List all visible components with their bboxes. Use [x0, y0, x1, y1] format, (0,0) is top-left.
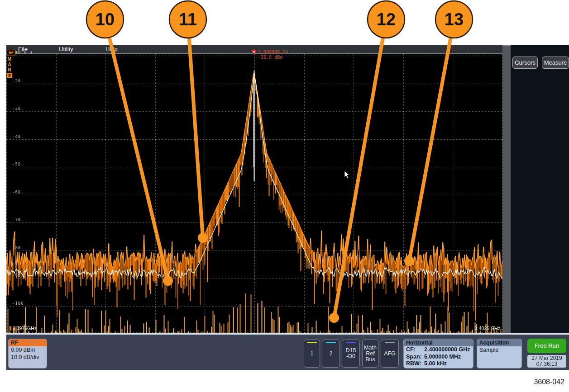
stop-frequency-label: 2.4025 GHz [475, 326, 500, 331]
horizontal-title: Horizontal [404, 339, 473, 346]
figure-number: 3608-042 [534, 378, 564, 386]
spectrum-canvas [6, 54, 502, 334]
channel-color-line [346, 342, 356, 343]
channel-button-label: Ref [366, 351, 374, 357]
page: File Utility Help -10.0 d-20.-30.-40.-50… [0, 0, 569, 392]
y-axis-label: -50. [12, 162, 24, 166]
channel-button-label: 1 [311, 351, 314, 357]
channel-button-d15-d0[interactable]: D15-D0 [342, 340, 360, 368]
y-axis-label: -40. [12, 134, 24, 139]
acquisition-mode: Sample [477, 346, 521, 354]
rf-arrow-icon: ► [15, 51, 19, 55]
channel-button-label: Bus [365, 357, 375, 363]
horizontal-cf-row: CF:2.400000000 GHz [404, 346, 473, 354]
acquisition-panel[interactable]: Acquisition Sample [477, 339, 522, 368]
divider-strip [502, 45, 511, 333]
channel-color-line [307, 342, 317, 343]
callout-circle [169, 1, 206, 38]
callout-number: 11 [179, 10, 197, 29]
rf-ref-level: 0.00 dBm [9, 346, 47, 354]
menu-item-help[interactable]: Help [105, 45, 118, 53]
y-axis-label: -20. [12, 79, 24, 83]
y-axis-label: -60. [12, 190, 24, 194]
y-axis-label: -100 [12, 301, 24, 306]
rf-badge-title: RF [9, 339, 47, 346]
run-status-indicator[interactable]: Free Run [527, 339, 566, 353]
channel-button-2[interactable]: 2 [322, 340, 340, 368]
y-axis-label: -30. [12, 106, 24, 111]
rf-trace-indicator: RF ► MANm [7, 50, 17, 78]
horizontal-span-row: Span:5.000000 MHz [404, 354, 473, 361]
rf-indicator-label: RF [7, 50, 15, 56]
callout-circle [435, 1, 473, 38]
channel-color-line [385, 342, 395, 343]
channel-button-mathrefbus[interactable]: MathRefBus [362, 340, 378, 368]
trace-mode-letter: N [7, 67, 12, 72]
datetime-panel: 27 Mar 201907:36:13 [527, 355, 566, 368]
rf-scale: 10.0 dB/div [9, 354, 47, 361]
cursors-button[interactable]: Cursors [512, 57, 538, 69]
y-axis-label: -70. [12, 217, 24, 222]
menu-item-utility[interactable]: Utility [59, 45, 73, 53]
trace-mode-letter: A [7, 62, 12, 67]
callout-number: 13 [445, 10, 464, 29]
bottom-bar: RF 0.00 dBm 10.0 dB/div 12D15-D0MathRefB… [6, 333, 569, 370]
horizontal-panel[interactable]: Horizontal CF:2.400000000 GHz Span:5.000… [403, 339, 473, 368]
callout-circle [368, 1, 405, 38]
trace-mode-letter: M [7, 57, 12, 61]
trace-mode-letters: MANm [7, 57, 17, 78]
channel-color-line [326, 342, 336, 343]
rf-channel-badge[interactable]: RF 0.00 dBm 10.0 dB/div [8, 339, 47, 368]
channel-button-label: AFG [384, 351, 396, 357]
trace-mode-letter: m [7, 73, 12, 78]
callout-number: 12 [377, 10, 396, 29]
acquisition-title: Acquisition [477, 339, 521, 346]
horizontal-rbw-row: RBW:5.00 kHz [404, 360, 473, 368]
y-axis-label: -80. [12, 246, 24, 250]
oscilloscope-screen: File Utility Help -10.0 d-20.-30.-40.-50… [6, 45, 569, 370]
start-frequency-label: 2.3975GHz [10, 326, 37, 331]
channel-button-1[interactable]: 1 [304, 340, 320, 368]
channel-button-label: -D0 [346, 354, 355, 359]
mouse-cursor-icon [344, 170, 350, 179]
measure-button[interactable]: Measure [542, 57, 569, 69]
reference-marker-flag: R [253, 50, 255, 54]
channel-button-label: 2 [330, 351, 333, 357]
spectrum-plot: -10.0 d-20.-30.-40.-50.-60.-70.-80.-90.-… [6, 53, 502, 334]
callout-circle [86, 1, 124, 38]
channel-button-afg[interactable]: AFG [381, 340, 399, 368]
y-axis-label: -90. [12, 273, 24, 278]
trace-color-tick-icon [10, 326, 11, 331]
reference-marker-readout: 2.399980 GH-35.9 dBm [258, 50, 288, 60]
channel-button-label: Math [364, 345, 377, 351]
callout-number: 10 [96, 10, 115, 29]
side-panel: Cursors Measure [511, 45, 569, 335]
